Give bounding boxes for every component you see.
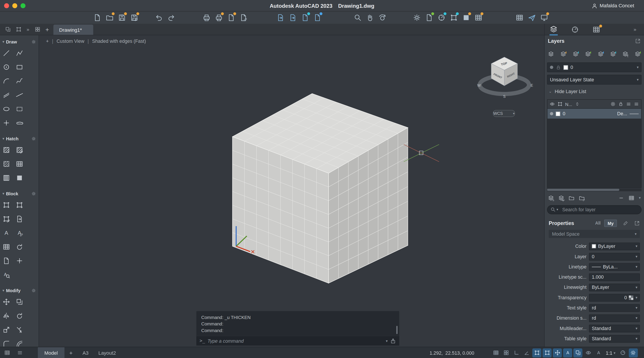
annotation-autoscale-icon[interactable] <box>594 348 603 357</box>
reference-tab-icon[interactable] <box>571 23 579 35</box>
new-layout-button[interactable]: + <box>64 349 78 356</box>
tool-palette-toggle-icon[interactable] <box>2 24 13 34</box>
options-button[interactable] <box>472 12 485 23</box>
annotation-monitor-icon[interactable] <box>618 348 627 357</box>
lock-column-icon[interactable] <box>618 101 623 107</box>
solid-box-object[interactable] <box>232 93 408 283</box>
multileader-style-select[interactable]: Standard ▾ <box>589 325 640 332</box>
viewport-menu-button[interactable]: + <box>46 38 48 43</box>
transparency-input[interactable]: 0 ▾ <box>589 294 640 302</box>
block-editor-icon[interactable] <box>0 212 13 226</box>
hatch-tool-icon[interactable] <box>0 143 13 157</box>
lineweight-select[interactable]: ByLayer ▾ <box>589 283 640 291</box>
section-header-block[interactable]: ▾ Block <box>0 190 38 198</box>
visibility-column-icon[interactable] <box>550 101 555 107</box>
layer-state-dropdown[interactable]: Unsaved Layer State ▾ <box>547 75 642 84</box>
wcs-dropdown[interactable]: WCS ▾ <box>493 110 515 117</box>
create-block-icon[interactable] <box>13 198 26 212</box>
new-group-filter-icon[interactable] <box>568 195 574 201</box>
layer-unisolate-icon[interactable] <box>585 51 591 57</box>
section-gear-icon[interactable] <box>31 288 36 293</box>
dynamic-input-icon[interactable] <box>563 348 572 357</box>
scale-tool-icon[interactable] <box>0 323 13 337</box>
layer-row[interactable]: 0 De... <box>548 109 641 119</box>
manage-attributes-icon[interactable] <box>0 240 13 254</box>
construction-line-tool-icon[interactable] <box>13 88 26 102</box>
polar-tracking-icon[interactable] <box>522 348 531 357</box>
layer-freeze-icon[interactable] <box>598 51 604 57</box>
selection-cycling-icon[interactable] <box>574 348 582 357</box>
all-properties-button[interactable]: All <box>592 219 604 227</box>
table-style-select[interactable]: Standard ▾ <box>589 335 640 343</box>
collapse-panel-icon[interactable] <box>618 195 624 201</box>
hatch-edit-tool-icon[interactable] <box>13 143 26 157</box>
snap-mode-icon[interactable] <box>502 348 511 357</box>
view-control[interactable]: Custom View <box>56 38 84 43</box>
tab-overview-icon[interactable] <box>32 24 42 34</box>
sort-icon[interactable] <box>574 101 580 107</box>
selection-scope-dropdown[interactable]: Model Space ▾ <box>548 230 640 238</box>
section-header-hatch[interactable]: ▾ Hatch <box>0 135 38 143</box>
columns-icon[interactable] <box>629 195 635 201</box>
customization-gear-icon[interactable] <box>629 348 638 357</box>
caret-down-icon[interactable]: ▾ <box>386 339 388 343</box>
linetype-scale-input[interactable]: 1.000 <box>589 273 640 281</box>
arc-tool-icon[interactable] <box>0 74 13 88</box>
model-canvas[interactable]: + | Custom View | Shaded with edges (Fas… <box>39 35 544 347</box>
chevrons-more-icon[interactable]: » <box>631 26 639 32</box>
layer-settings-icon[interactable] <box>548 195 554 201</box>
current-layer-control[interactable]: 0 ▾ <box>547 62 642 72</box>
polyline-tool-icon[interactable] <box>13 46 26 60</box>
zoom-window-button[interactable] <box>352 12 364 23</box>
batch-plot-button[interactable] <box>213 12 225 23</box>
layers-tab-icon[interactable] <box>550 23 558 35</box>
mirror-tool-icon[interactable] <box>0 309 13 323</box>
text-style-select[interactable]: rd ▾ <box>589 304 640 312</box>
user-account[interactable]: Mafalda Concet <box>592 0 644 11</box>
multiline-tool-icon[interactable] <box>0 88 13 102</box>
drawing-tab[interactable]: Drawing1* <box>54 24 94 35</box>
new-layer-icon[interactable] <box>560 51 566 57</box>
etransmit-button[interactable] <box>299 12 312 23</box>
pan-button[interactable] <box>364 12 376 23</box>
share-drawing-button[interactable] <box>311 12 324 23</box>
page-setup-button[interactable] <box>237 12 250 23</box>
copy-tool-icon[interactable] <box>13 295 26 309</box>
object-snap-icon[interactable] <box>532 348 541 357</box>
fillet-tool-icon[interactable] <box>0 337 13 347</box>
performance-button[interactable] <box>435 12 448 23</box>
boundary-tool-icon[interactable] <box>13 102 26 116</box>
lineweight-column-icon[interactable] <box>626 101 631 107</box>
rotate-tool-icon[interactable] <box>13 309 26 323</box>
columns-menu-icon[interactable] <box>634 101 639 107</box>
quick-filter-icon[interactable] <box>623 220 628 226</box>
workspaces-button[interactable] <box>410 12 423 23</box>
orbit-button[interactable] <box>376 12 389 23</box>
dynamic-ucs-icon[interactable] <box>553 348 562 357</box>
define-attributes-icon[interactable] <box>0 226 13 240</box>
layout-tab-layout2[interactable]: Layout2 <box>94 350 121 356</box>
insert-block-icon[interactable] <box>0 198 13 212</box>
layer-unlock-icon[interactable] <box>634 51 641 57</box>
section-header-modify[interactable]: ▾ Modify <box>0 286 38 295</box>
new-drawing-tab-button[interactable]: + <box>43 26 52 33</box>
layout-tab-a3[interactable]: A3 <box>78 350 94 356</box>
command-scrollbar[interactable] <box>396 326 398 334</box>
annotation-scale-control[interactable]: 1:1 ▾ <box>604 350 617 355</box>
layer-search-input[interactable] <box>547 205 642 214</box>
new-file-button[interactable] <box>91 12 104 23</box>
my-properties-button[interactable]: My <box>604 219 617 227</box>
layer-list-scrollbar[interactable] <box>547 188 642 191</box>
base-point-icon[interactable] <box>13 254 26 268</box>
layer-states-manager-icon[interactable] <box>558 195 564 201</box>
sheet-sets-tab-icon[interactable] <box>592 23 600 35</box>
linetype-select[interactable]: ByLa... ▾ <box>589 263 640 271</box>
section-header-draw[interactable]: ▾ Draw <box>0 38 38 46</box>
reference-manager-button[interactable] <box>448 12 460 23</box>
new-property-filter-icon[interactable] <box>579 195 585 201</box>
boundary-hatch-tool-icon[interactable] <box>0 157 13 171</box>
section-gear-icon[interactable] <box>31 39 36 44</box>
object-snap-3d-icon[interactable] <box>542 348 552 357</box>
solid-hatch-tool-icon[interactable] <box>0 171 13 185</box>
section-gear-icon[interactable] <box>31 191 36 196</box>
